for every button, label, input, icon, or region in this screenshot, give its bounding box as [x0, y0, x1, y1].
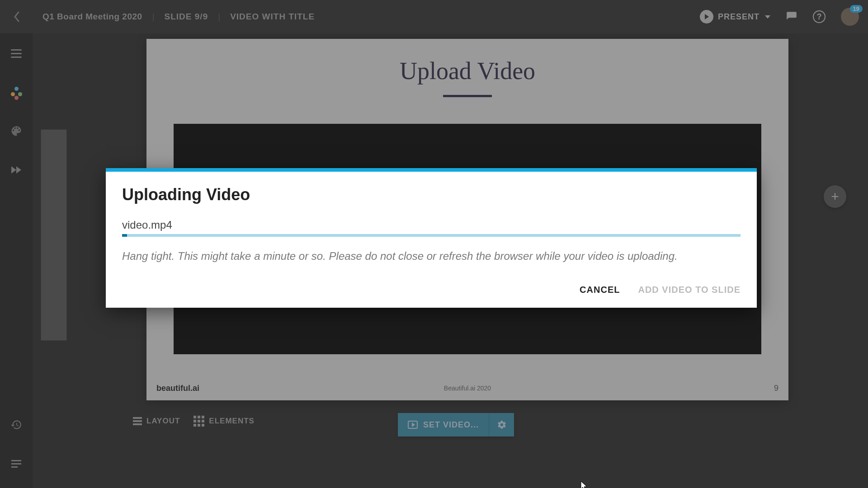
progress-fill	[122, 234, 127, 237]
add-video-button: ADD VIDEO TO SLIDE	[638, 285, 741, 295]
modal-title: Uploading Video	[122, 185, 741, 204]
upload-video-modal: Uploading Video video.mp4 Hang tight. Th…	[106, 168, 757, 308]
progress-bar	[122, 234, 741, 237]
cancel-button[interactable]: CANCEL	[580, 285, 620, 295]
upload-filename: video.mp4	[122, 219, 741, 231]
upload-hint: Hang tight. This might take a minute or …	[122, 249, 741, 264]
